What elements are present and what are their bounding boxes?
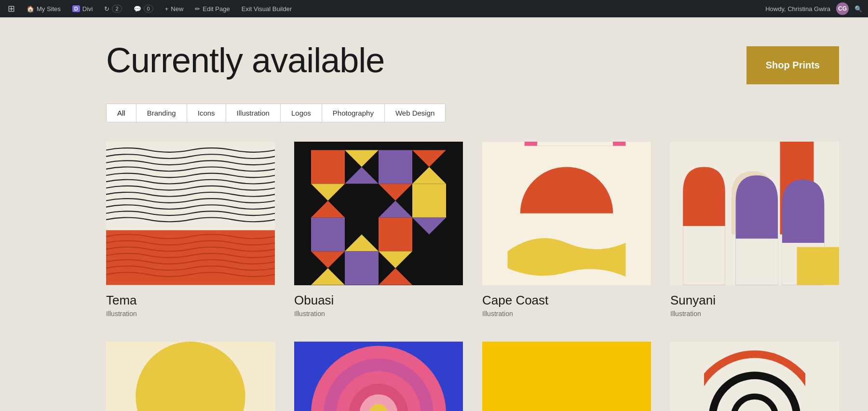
- filter-tab-branding[interactable]: Branding: [136, 104, 187, 122]
- svg-rect-38: [797, 247, 840, 285]
- svg-rect-13: [345, 184, 379, 218]
- wp-logo[interactable]: ⊞: [6, 3, 17, 14]
- filter-tab-illustration[interactable]: Illustration: [226, 104, 281, 122]
- filter-tab-photography[interactable]: Photography: [322, 104, 385, 122]
- gallery-category-tema: Illustration: [106, 310, 275, 318]
- gallery-thumb-8: [670, 342, 839, 411]
- user-greeting: Howdy, Christina Gwira: [765, 5, 830, 13]
- gallery-title-obuasi: Obuasi: [294, 293, 463, 308]
- gallery-item-tema[interactable]: Tema Illustration: [106, 142, 275, 318]
- svg-rect-20: [379, 218, 412, 252]
- gallery-item-8[interactable]: [670, 342, 839, 411]
- search-icon[interactable]: 🔍: [854, 5, 862, 13]
- pencil-icon: ✏: [195, 5, 200, 13]
- updates-icon: ↻: [104, 5, 109, 13]
- avatar[interactable]: CG: [836, 2, 849, 15]
- plus-icon: +: [165, 5, 169, 13]
- svg-rect-25: [345, 252, 379, 285]
- gallery-category-cape-coast: Illustration: [482, 310, 651, 318]
- gallery-title-tema: Tema: [106, 293, 275, 308]
- gallery-thumb-cape-coast: [482, 142, 651, 285]
- gallery-item-sunyani[interactable]: Sunyani Illustration: [670, 142, 839, 318]
- updates-menu[interactable]: ↻ 2: [102, 5, 123, 13]
- gallery-thumb-5: [106, 342, 275, 411]
- svg-rect-35: [736, 239, 778, 285]
- gallery-thumb-obuasi: [294, 142, 463, 285]
- svg-rect-17: [311, 218, 345, 252]
- filter-tab-icons[interactable]: Icons: [187, 104, 226, 122]
- gallery-item-7[interactable]: [482, 342, 651, 411]
- gallery-item-cape-coast[interactable]: Cape Coast Illustration: [482, 142, 651, 318]
- admin-bar-right: Howdy, Christina Gwira CG 🔍: [765, 2, 862, 15]
- new-content-menu[interactable]: + New: [163, 5, 186, 13]
- svg-rect-16: [412, 184, 446, 218]
- gallery-item-5[interactable]: [106, 342, 275, 411]
- wp-icon: ⊞: [8, 3, 15, 14]
- shop-prints-button[interactable]: Shop Prints: [746, 46, 839, 84]
- filter-tab-all[interactable]: All: [107, 104, 136, 122]
- filter-tabs: All Branding Icons Illustration Logos Ph…: [106, 104, 446, 122]
- gallery-grid: Tema Illustration: [106, 142, 839, 411]
- exit-builder-btn[interactable]: Exit Visual Builder: [240, 5, 294, 13]
- gallery-title-cape-coast: Cape Coast: [482, 293, 651, 308]
- gallery-item-obuasi[interactable]: Obuasi Illustration: [294, 142, 463, 318]
- divi-menu[interactable]: D Divi: [70, 5, 95, 13]
- page-title: Currently available: [106, 41, 384, 80]
- gallery-thumb-7: [482, 342, 651, 411]
- svg-rect-28: [412, 252, 446, 285]
- svg-rect-33: [683, 226, 725, 285]
- gallery-thumb-sunyani: [670, 142, 839, 285]
- gallery-thumb-tema: [106, 142, 275, 285]
- comments-menu[interactable]: 💬 0: [132, 5, 155, 13]
- svg-rect-8: [379, 150, 412, 184]
- divi-icon: D: [72, 5, 80, 12]
- my-sites-menu[interactable]: 🏠 My Sites: [25, 5, 63, 13]
- svg-rect-55: [482, 342, 651, 411]
- edit-page-btn[interactable]: ✏ Edit Page: [193, 5, 231, 13]
- comments-icon: 💬: [134, 5, 141, 13]
- home-icon: 🏠: [27, 5, 34, 13]
- filter-tab-logos[interactable]: Logos: [281, 104, 322, 122]
- gallery-item-6[interactable]: 1: [294, 342, 463, 411]
- main-content: Currently available Shop Prints All Bran…: [0, 0, 868, 411]
- gallery-category-obuasi: Illustration: [294, 310, 463, 318]
- admin-bar: ⊞ 🏠 My Sites D Divi ↻ 2 💬 0 + New ✏ Edit…: [0, 0, 868, 17]
- gallery-thumb-6: 1: [294, 342, 463, 411]
- gallery-title-sunyani: Sunyani: [670, 293, 839, 308]
- gallery-category-sunyani: Illustration: [670, 310, 839, 318]
- filter-tab-webdesign[interactable]: Web Design: [385, 104, 445, 122]
- page-header: Currently available Shop Prints: [106, 17, 839, 104]
- svg-rect-5: [311, 150, 345, 184]
